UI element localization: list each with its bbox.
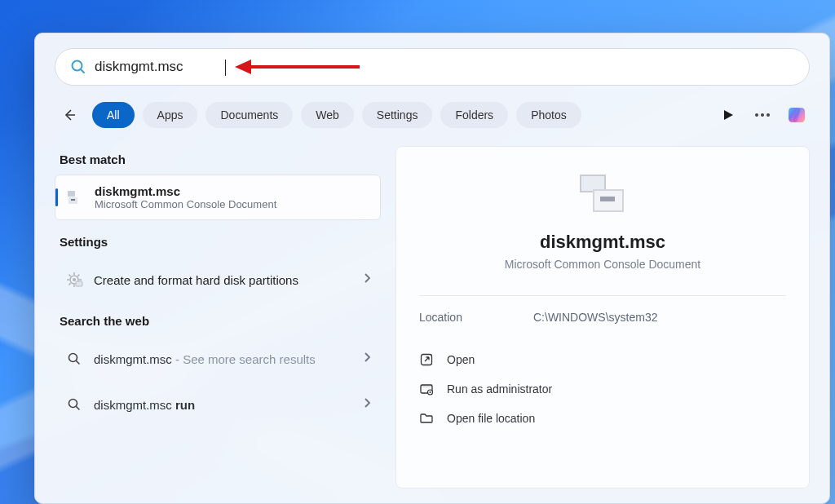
search-panel: All Apps Documents Web Settings Folders …	[34, 33, 830, 504]
svg-rect-11	[71, 199, 75, 201]
action-run-admin[interactable]: Run as administrator	[419, 374, 786, 404]
web-result-title: diskmgmt.msc - See more search results	[94, 352, 353, 366]
folder-icon	[419, 411, 434, 426]
svg-line-20	[77, 275, 79, 276]
svg-line-24	[77, 361, 80, 365]
filter-tab-row: All Apps Documents Web Settings Folders …	[55, 100, 810, 130]
result-title: diskmgmt.msc	[95, 184, 370, 198]
svg-line-21	[69, 283, 71, 285]
result-subtitle: Microsoft Common Console Document	[95, 198, 370, 210]
svg-marker-5	[724, 110, 733, 120]
chevron-right-icon	[363, 397, 371, 412]
best-match-heading: Best match	[60, 153, 376, 166]
gear-icon	[64, 270, 84, 290]
tab-web[interactable]: Web	[301, 102, 354, 128]
chevron-right-icon	[363, 351, 371, 366]
preview-file-icon	[419, 170, 786, 219]
web-result-1[interactable]: diskmgmt.msc - See more search results	[55, 336, 381, 382]
text-cursor	[225, 60, 226, 76]
action-label: Open	[447, 353, 475, 366]
copilot-icon	[786, 104, 807, 126]
svg-line-18	[69, 275, 71, 276]
tab-all[interactable]: All	[92, 102, 135, 128]
svg-rect-34	[421, 385, 432, 387]
svg-line-1	[81, 69, 84, 73]
search-icon	[64, 349, 84, 369]
msc-file-icon	[65, 188, 85, 207]
search-bar	[55, 48, 810, 86]
action-label: Open file location	[447, 412, 535, 425]
play-icon	[722, 109, 734, 121]
chevron-right-icon	[363, 272, 371, 287]
svg-rect-31	[600, 197, 615, 201]
tab-settings[interactable]: Settings	[362, 102, 433, 128]
search-icon	[64, 395, 84, 414]
settings-heading: Settings	[60, 235, 376, 249]
search-input[interactable]	[95, 59, 794, 75]
best-match-result[interactable]: diskmgmt.msc Microsoft Common Console Do…	[55, 175, 381, 220]
action-open[interactable]: Open	[419, 345, 786, 374]
back-button[interactable]	[55, 100, 84, 130]
more-button[interactable]	[749, 102, 775, 128]
svg-point-7	[761, 113, 764, 117]
arrow-left-icon	[62, 108, 77, 122]
svg-point-8	[767, 113, 770, 117]
tab-documents[interactable]: Documents	[205, 102, 293, 128]
preview-title: diskmgmt.msc	[419, 232, 786, 253]
tab-folders[interactable]: Folders	[440, 102, 508, 128]
copilot-button[interactable]	[784, 102, 810, 128]
search-web-heading: Search the web	[60, 314, 376, 328]
svg-rect-9	[68, 191, 75, 197]
svg-point-36	[429, 391, 431, 393]
tab-apps[interactable]: Apps	[143, 102, 198, 128]
location-label: Location	[419, 311, 533, 324]
location-value: C:\WINDOWS\system32	[533, 311, 657, 324]
action-label: Run as administrator	[447, 382, 552, 396]
settings-result-title: Create and format hard disk partitions	[94, 273, 353, 287]
preview-pane: diskmgmt.msc Microsoft Common Console Do…	[395, 146, 810, 489]
ellipsis-icon	[755, 113, 770, 117]
settings-result[interactable]: Create and format hard disk partitions	[55, 257, 381, 303]
svg-point-6	[755, 113, 758, 117]
svg-rect-22	[76, 281, 82, 286]
svg-line-26	[77, 407, 80, 410]
preview-type: Microsoft Common Console Document	[419, 258, 786, 271]
web-result-2[interactable]: diskmgmt.msc run	[55, 382, 381, 427]
svg-rect-28	[581, 176, 604, 191]
divider	[419, 295, 786, 296]
tab-photos[interactable]: Photos	[516, 102, 581, 128]
search-icon	[70, 59, 86, 75]
shield-icon	[419, 382, 434, 396]
action-open-location[interactable]: Open file location	[419, 404, 786, 433]
svg-point-13	[73, 278, 76, 281]
play-button[interactable]	[715, 102, 741, 128]
open-icon	[419, 352, 434, 367]
web-result-title: diskmgmt.msc run	[94, 398, 353, 412]
